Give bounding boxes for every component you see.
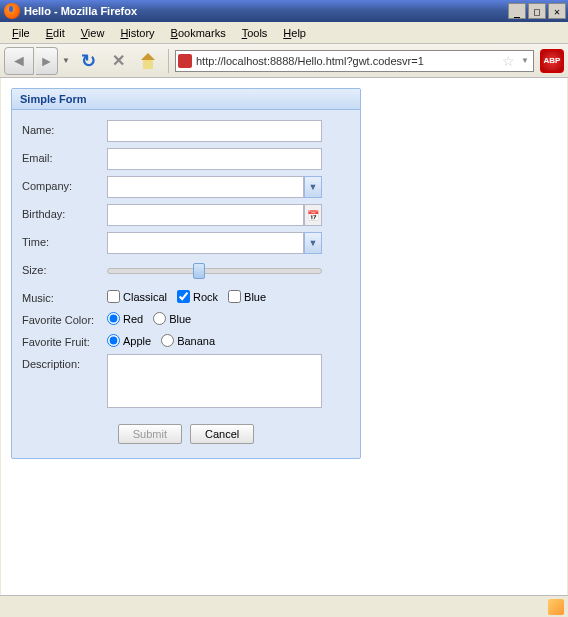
url-text[interactable]: http://localhost:8888/Hello.html?gwt.cod… bbox=[196, 55, 498, 67]
home-button[interactable] bbox=[136, 49, 160, 73]
calendar-icon[interactable]: 📅 bbox=[304, 204, 322, 226]
window-controls: _ □ ✕ bbox=[508, 3, 566, 19]
checkbox-rock[interactable]: Rock bbox=[177, 290, 218, 303]
checkbox-classical[interactable]: Classical bbox=[107, 290, 167, 303]
menu-history[interactable]: History bbox=[112, 25, 162, 41]
label-description: Description: bbox=[22, 354, 107, 370]
menu-bookmarks[interactable]: Bookmarks bbox=[163, 25, 234, 41]
favicon-icon bbox=[178, 54, 192, 68]
radio-red-label: Red bbox=[123, 313, 143, 325]
submit-button[interactable]: Submit bbox=[118, 424, 182, 444]
checkbox-rock-input[interactable] bbox=[177, 290, 190, 303]
back-button[interactable]: ◄ bbox=[4, 47, 34, 75]
url-bar[interactable]: http://localhost:8888/Hello.html?gwt.cod… bbox=[175, 50, 534, 72]
label-birthday: Birthday: bbox=[22, 204, 107, 220]
row-size: Size: bbox=[22, 260, 350, 282]
slider-track bbox=[107, 268, 322, 274]
firefox-icon bbox=[4, 3, 20, 19]
row-company: Company: ▼ bbox=[22, 176, 350, 198]
size-slider[interactable] bbox=[107, 260, 322, 282]
cancel-button[interactable]: Cancel bbox=[190, 424, 254, 444]
checkbox-blue[interactable]: Blue bbox=[228, 290, 266, 303]
close-button[interactable]: ✕ bbox=[548, 3, 566, 19]
description-textarea[interactable] bbox=[107, 354, 322, 408]
radio-red[interactable]: Red bbox=[107, 312, 143, 325]
adblock-button[interactable]: ABP bbox=[540, 49, 564, 73]
name-input[interactable] bbox=[107, 120, 322, 142]
statusbar bbox=[0, 595, 568, 617]
row-favorite-fruit: Favorite Fruit: Apple Banana bbox=[22, 332, 350, 348]
radio-banana-input[interactable] bbox=[161, 334, 174, 347]
radio-banana[interactable]: Banana bbox=[161, 334, 215, 347]
form-body: Name: Email: Company: ▼ bbox=[12, 110, 360, 458]
button-row: Submit Cancel bbox=[22, 424, 350, 444]
row-time: Time: ▼ bbox=[22, 232, 350, 254]
checkbox-blue-label: Blue bbox=[244, 291, 266, 303]
company-combo[interactable]: ▼ bbox=[107, 176, 322, 198]
row-music: Music: Classical Rock Blue bbox=[22, 288, 350, 304]
form-title: Simple Form bbox=[12, 89, 360, 110]
radio-apple-label: Apple bbox=[123, 335, 151, 347]
label-time: Time: bbox=[22, 232, 107, 248]
slider-thumb[interactable] bbox=[193, 263, 205, 279]
form-panel: Simple Form Name: Email: Company: ▼ bbox=[11, 88, 361, 459]
minimize-button[interactable]: _ bbox=[508, 3, 526, 19]
radio-red-input[interactable] bbox=[107, 312, 120, 325]
birthday-field[interactable]: 📅 bbox=[107, 204, 322, 226]
page-content: Simple Form Name: Email: Company: ▼ bbox=[1, 78, 567, 595]
window-title: Hello - Mozilla Firefox bbox=[24, 5, 508, 17]
row-birthday: Birthday: 📅 bbox=[22, 204, 350, 226]
radio-blue-input[interactable] bbox=[153, 312, 166, 325]
radio-apple[interactable]: Apple bbox=[107, 334, 151, 347]
bookmark-star-icon[interactable]: ☆ bbox=[502, 53, 515, 69]
maximize-button[interactable]: □ bbox=[528, 3, 546, 19]
stop-button[interactable]: ✕ bbox=[106, 49, 130, 73]
time-input[interactable] bbox=[107, 232, 304, 254]
checkbox-rock-label: Rock bbox=[193, 291, 218, 303]
nav-history-dropdown[interactable]: ▼ bbox=[60, 47, 72, 75]
chevron-down-icon[interactable]: ▼ bbox=[304, 176, 322, 198]
reload-button[interactable]: ↻ bbox=[76, 49, 100, 73]
row-description: Description: bbox=[22, 354, 350, 410]
menu-view[interactable]: View bbox=[73, 25, 113, 41]
time-combo[interactable]: ▼ bbox=[107, 232, 322, 254]
radio-blue[interactable]: Blue bbox=[153, 312, 191, 325]
forward-button[interactable]: ► bbox=[36, 47, 58, 75]
menu-tools[interactable]: Tools bbox=[234, 25, 276, 41]
menu-file[interactable]: File bbox=[4, 25, 38, 41]
birthday-input[interactable] bbox=[107, 204, 304, 226]
browser-window: Hello - Mozilla Firefox _ □ ✕ File Edit … bbox=[0, 0, 568, 617]
menu-edit[interactable]: Edit bbox=[38, 25, 73, 41]
titlebar[interactable]: Hello - Mozilla Firefox _ □ ✕ bbox=[0, 0, 568, 22]
label-favorite-fruit: Favorite Fruit: bbox=[22, 332, 107, 348]
toolbar: ◄ ► ▼ ↻ ✕ http://localhost:8888/Hello.ht… bbox=[0, 44, 568, 78]
menubar: File Edit View History Bookmarks Tools H… bbox=[0, 22, 568, 44]
chevron-down-icon[interactable]: ▼ bbox=[304, 232, 322, 254]
checkbox-classical-input[interactable] bbox=[107, 290, 120, 303]
radio-apple-input[interactable] bbox=[107, 334, 120, 347]
row-favorite-color: Favorite Color: Red Blue bbox=[22, 310, 350, 326]
radio-banana-label: Banana bbox=[177, 335, 215, 347]
row-name: Name: bbox=[22, 120, 350, 142]
label-favorite-color: Favorite Color: bbox=[22, 310, 107, 326]
checkbox-classical-label: Classical bbox=[123, 291, 167, 303]
radio-blue-label: Blue bbox=[169, 313, 191, 325]
company-input[interactable] bbox=[107, 176, 304, 198]
row-email: Email: bbox=[22, 148, 350, 170]
status-icon[interactable] bbox=[548, 599, 564, 615]
label-email: Email: bbox=[22, 148, 107, 164]
label-name: Name: bbox=[22, 120, 107, 136]
checkbox-blue-input[interactable] bbox=[228, 290, 241, 303]
email-input[interactable] bbox=[107, 148, 322, 170]
label-size: Size: bbox=[22, 260, 107, 276]
url-history-dropdown[interactable]: ▼ bbox=[519, 56, 531, 65]
menu-help[interactable]: Help bbox=[275, 25, 314, 41]
separator bbox=[168, 49, 169, 73]
home-icon bbox=[139, 53, 157, 69]
label-music: Music: bbox=[22, 288, 107, 304]
label-company: Company: bbox=[22, 176, 107, 192]
